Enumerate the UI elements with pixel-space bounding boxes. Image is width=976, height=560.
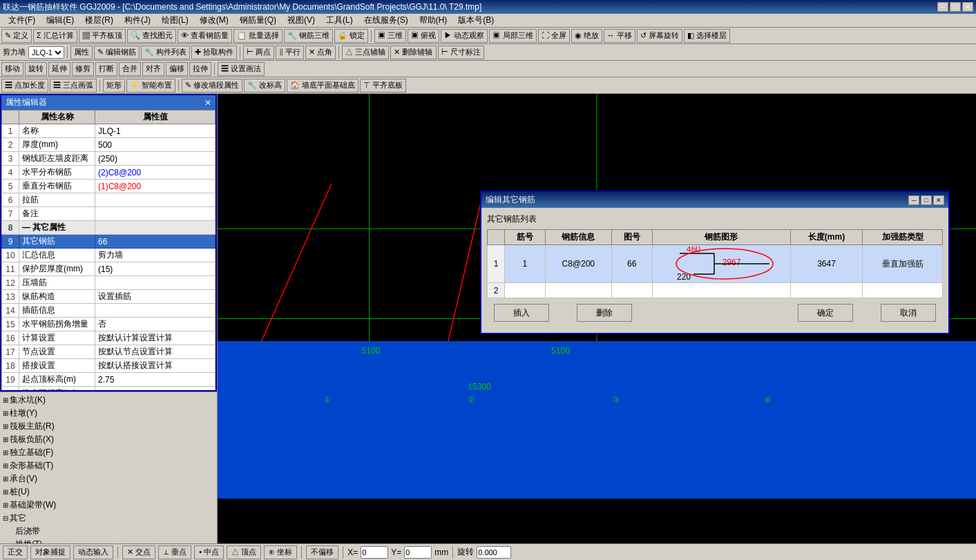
dialog-row-2[interactable]: 2 — [488, 283, 943, 298]
btn-pick-comp[interactable]: ✚ 拾取构件 — [191, 46, 237, 59]
menu-draw[interactable]: 绘图(L) — [156, 13, 194, 28]
prop-row-val-1[interactable]: JLQ-1 — [95, 124, 216, 138]
btn-wall-base[interactable]: 🏠 墙底平面基础底 — [287, 79, 358, 93]
btn-copy[interactable]: 打断 — [95, 62, 117, 76]
btn-align-top[interactable]: ▦ 平齐板顶 — [79, 29, 126, 43]
btn-mod-wall-prop[interactable]: ✎ 修改墙段属性 — [182, 79, 242, 93]
tree-expand-other[interactable]: ⊟ — [3, 514, 8, 522]
prop-row-11[interactable]: 11保护层厚度(mm)(15) — [2, 262, 216, 276]
btn-dyn-input[interactable]: 动态输入 — [73, 545, 113, 559]
tree-item-dljc[interactable]: ⊞ 独立基础(F) — [1, 446, 216, 459]
btn-rotate[interactable]: 旋转 — [25, 62, 47, 76]
prop-row-16[interactable]: 16计算设置按默认计算设置计算 — [2, 331, 216, 345]
btn-local-3d[interactable]: ▣ 局部三维 — [489, 29, 536, 43]
btn-lock[interactable]: 🔒 锁定 — [334, 29, 368, 43]
tree-item-zhuang[interactable]: ⊞ 桩(U) — [1, 485, 216, 499]
tree-item-tiaoeyan[interactable]: 挑檐(T) — [1, 538, 216, 543]
dialog-insert-button[interactable]: 插入 — [494, 304, 549, 322]
prop-row-14[interactable]: 14插筋信息 — [2, 304, 216, 318]
prop-row-19[interactable]: 19起点顶标高(m)2.75 — [2, 373, 216, 387]
btn-modify[interactable]: 修剪 — [72, 62, 94, 76]
btn-fullscreen[interactable]: ⛶ 全屏 — [538, 29, 570, 43]
prop-editor-close-button[interactable]: ✕ — [204, 98, 211, 108]
btn-comp-list[interactable]: 🔧 构件列表 — [141, 46, 190, 59]
btn-pan[interactable]: ↔ 平移 — [604, 29, 635, 43]
btn-ortho[interactable]: 正交 — [3, 545, 28, 559]
btn-point-angle[interactable]: ✕ 点角 — [305, 46, 336, 59]
btn-calc[interactable]: Σ 汇总计算 — [33, 29, 77, 43]
btn-batch-sel[interactable]: 📋 批量选择 — [233, 29, 283, 43]
prop-row-12[interactable]: 12压墙筋 — [2, 276, 216, 290]
tree-item-fbmain[interactable]: ⊞ 筏板主筋(R) — [1, 420, 216, 433]
prop-row-8[interactable]: 8— 其它属性 — [2, 221, 216, 235]
dialog-min-button[interactable]: ─ — [908, 195, 919, 205]
prop-row-val-13[interactable]: 设置插筋 — [95, 290, 216, 304]
prop-row-18[interactable]: 18搭接设置按默认搭接设置计算 — [2, 359, 216, 373]
dialog-delete-button[interactable]: 删除 — [577, 304, 632, 322]
menu-floor[interactable]: 楼层(R) — [79, 13, 119, 28]
btn-edit-steel[interactable]: ✎ 编辑钢筋 — [94, 46, 140, 59]
btn-select-floor[interactable]: ◧ 选择楼层 — [684, 29, 730, 43]
prop-row-val-17[interactable]: 按默认节点设置计算 — [95, 345, 216, 359]
tree-expand-zxjc[interactable]: ⊞ — [3, 462, 8, 470]
btn-rect[interactable]: 矩形 — [103, 79, 125, 93]
prop-row-17[interactable]: 17节点设置按默认节点设置计算 — [2, 345, 216, 359]
prop-row-val-6[interactable] — [95, 193, 216, 207]
btn-merge[interactable]: 合并 — [119, 62, 141, 76]
btn-extend[interactable]: 延伸 — [48, 62, 70, 76]
tree-item-jcliang[interactable]: ⊞ 基础梁带(W) — [1, 499, 216, 512]
menu-modify[interactable]: 修改(M) — [194, 13, 234, 28]
close-button[interactable]: ✕ — [962, 2, 973, 12]
prop-row-6[interactable]: 6拉筋 — [2, 193, 216, 207]
tree-item-zhudun[interactable]: ⊞ 柱墩(Y) — [1, 407, 216, 420]
btn-del-axis[interactable]: ✕ 删除辅轴 — [390, 46, 436, 59]
btn-coord[interactable]: ⊕ 坐标 — [264, 545, 297, 559]
prop-row-val-2[interactable]: 500 — [95, 138, 216, 152]
prop-row-val-10[interactable]: 剪力墙 — [95, 249, 216, 262]
prop-row-7[interactable]: 7备注 — [2, 207, 216, 221]
btn-top-view[interactable]: ▣ 俯视 — [408, 29, 439, 43]
prop-row-val-5[interactable]: (1)C8@200 — [95, 180, 216, 193]
tree-expand-shuijikeng[interactable]: ⊞ — [3, 396, 8, 404]
btn-dyn-obs[interactable]: ▶ 动态观察 — [441, 29, 488, 43]
btn-two-point[interactable]: ⊢ 两点 — [243, 46, 274, 59]
prop-row-val-8[interactable] — [95, 221, 216, 235]
prop-row-4[interactable]: 4水平分布钢筋(2)C8@200 — [2, 166, 216, 180]
prop-row-val-15[interactable]: 否 — [95, 318, 216, 331]
btn-dim[interactable]: ⊢ 尺寸标注 — [438, 46, 484, 59]
component-dropdown[interactable]: JLQ-1 — [28, 46, 64, 59]
prop-row-val-16[interactable]: 按默认计算设置计算 — [95, 331, 216, 345]
prop-row-15[interactable]: 15水平钢筋拐角增量否 — [2, 318, 216, 331]
btn-3pt-axis[interactable]: △ 三点辅轴 — [342, 46, 389, 59]
tree-item-zxjc[interactable]: ⊞ 杂形基础(T) — [1, 459, 216, 472]
prop-row-10[interactable]: 10汇总信息剪力墙 — [2, 249, 216, 262]
menu-steel-qty[interactable]: 钢筋量(Q) — [234, 13, 282, 28]
maximize-button[interactable]: □ — [950, 2, 961, 12]
tree-expand-zhudun[interactable]: ⊞ — [3, 409, 8, 417]
tree-expand-fbmain[interactable]: ⊞ — [3, 423, 8, 430]
btn-mod-ht[interactable]: 🔧 改标高 — [244, 79, 285, 93]
prop-row-val-9[interactable]: 66 — [95, 235, 216, 249]
prop-row-2[interactable]: 2厚度(mm)500 — [2, 138, 216, 152]
menu-help[interactable]: 帮助(H) — [414, 13, 453, 28]
btn-draw-move[interactable]: 移动 — [1, 62, 23, 76]
dialog-row-1[interactable]: 1 1 C8@200 66 — [488, 245, 943, 283]
prop-row-13[interactable]: 13纵筋构造设置插筋 — [2, 290, 216, 304]
tree-item-fbneg[interactable]: ⊞ 筏板负筋(X) — [1, 433, 216, 446]
btn-align[interactable]: 对齐 — [142, 62, 164, 76]
prop-row-9[interactable]: 9其它钢筋66 — [2, 235, 216, 249]
menu-version[interactable]: 版本号(B) — [452, 13, 499, 28]
prop-row-val-4[interactable]: (2)C8@200 — [95, 166, 216, 180]
prop-row-20[interactable]: 20终点顶标高(m)2.75 — [2, 387, 216, 391]
tree-item-other[interactable]: ⊟ 其它 — [1, 512, 216, 525]
menu-online[interactable]: 在线服务(S) — [358, 13, 414, 28]
prop-row-val-18[interactable]: 按默认搭接设置计算 — [95, 359, 216, 373]
btn-pt-add-len[interactable]: ☰ 点加长度 — [1, 79, 48, 93]
prop-row-5[interactable]: 5垂直分布钢筋(1)C8@200 — [2, 180, 216, 193]
btn-define[interactable]: ✎ 定义 — [1, 29, 32, 43]
btn-intersect[interactable]: ✕ 交点 — [122, 545, 155, 559]
menu-tools[interactable]: 工具(L) — [320, 13, 358, 28]
minimize-button[interactable]: ─ — [937, 2, 948, 12]
prop-row-val-3[interactable]: (250) — [95, 152, 216, 166]
x-input[interactable] — [361, 546, 388, 559]
